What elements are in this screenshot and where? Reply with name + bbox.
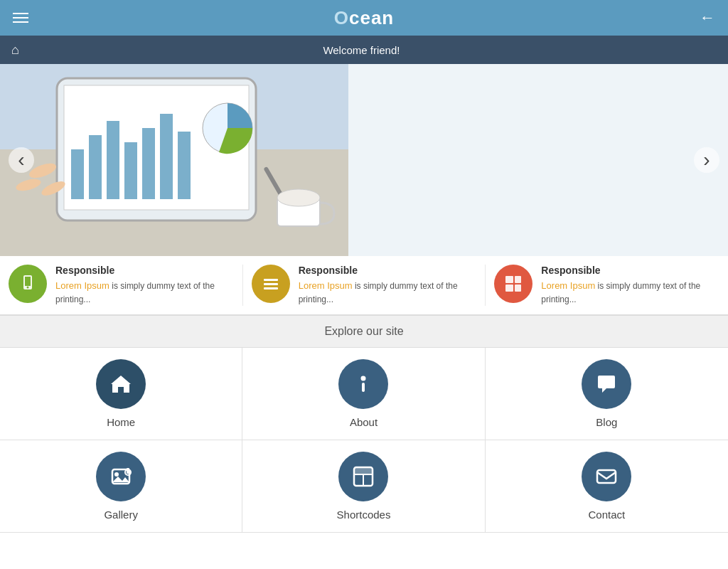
svg-rect-8: [142, 128, 155, 199]
back-button[interactable]: ←: [700, 9, 715, 27]
explore-bar: Explore our site: [0, 315, 728, 348]
svg-rect-30: [362, 383, 365, 392]
home-grid-icon: [96, 359, 146, 409]
feature-icon-1: [9, 265, 47, 303]
gallery-grid-icon: [96, 452, 146, 501]
svg-rect-25: [505, 276, 513, 283]
svg-rect-4: [71, 149, 84, 199]
contact-grid-icon: [582, 452, 631, 501]
grid-cell-home[interactable]: Home: [0, 348, 242, 440]
home-grid-label: Home: [107, 416, 135, 428]
site-grid: Home About Blog: [0, 348, 728, 533]
feature-icon-2: [252, 265, 290, 303]
feature-text-2: Responsible Lorem Ipsum is simply dummy …: [299, 265, 477, 306]
features-row: Responsible Lorem Ipsum is simply dummy …: [0, 256, 728, 315]
sub-bar: ⌂ Welcome friend!: [0, 36, 728, 64]
feature-text-3: Responsible Lorem Ipsum is simply dummy …: [541, 265, 719, 306]
svg-rect-20: [25, 277, 31, 286]
menu-icon[interactable]: [13, 13, 28, 23]
feature-item-3: Responsible Lorem Ipsum is simply dummy …: [486, 265, 728, 306]
shortcodes-grid-icon: [338, 452, 388, 501]
gallery-grid-label: Gallery: [104, 509, 138, 521]
feature-item-1: Responsible Lorem Ipsum is simply dummy …: [0, 265, 243, 306]
svg-rect-6: [107, 121, 119, 199]
svg-point-32: [114, 472, 119, 477]
svg-rect-37: [354, 467, 373, 474]
svg-rect-40: [597, 470, 616, 483]
blog-grid-icon: [582, 359, 631, 409]
grid-cell-contact[interactable]: Contact: [486, 440, 728, 533]
svg-point-18: [277, 189, 320, 206]
svg-rect-22: [264, 279, 278, 281]
grid-cell-blog[interactable]: Blog: [486, 348, 728, 440]
contact-grid-label: Contact: [588, 509, 625, 521]
feature-text-1: Responsible Lorem Ipsum is simply dummy …: [55, 265, 234, 306]
app-title: Ocean: [334, 7, 395, 29]
grid-cell-about[interactable]: About: [242, 348, 485, 440]
svg-rect-9: [160, 114, 173, 199]
explore-label: Explore our site: [324, 325, 403, 338]
welcome-text: Welcome friend!: [28, 44, 695, 56]
svg-point-21: [27, 287, 29, 289]
svg-rect-35: [127, 468, 129, 474]
hero-image: [0, 64, 348, 256]
svg-rect-26: [515, 276, 521, 283]
grid-cell-gallery[interactable]: Gallery: [0, 440, 242, 533]
svg-point-29: [361, 376, 366, 381]
feature-icon-3: [494, 265, 532, 303]
home-icon-subbar[interactable]: ⌂: [11, 43, 19, 58]
svg-rect-7: [124, 142, 137, 199]
about-grid-icon: [338, 359, 388, 409]
shortcodes-grid-label: Shortcodes: [337, 509, 391, 521]
hero-right-panel: [348, 64, 728, 256]
svg-rect-5: [89, 135, 102, 199]
top-bar: Ocean ←: [0, 0, 728, 36]
svg-rect-24: [264, 287, 278, 289]
grid-cell-shortcodes[interactable]: Shortcodes: [242, 440, 485, 533]
hero-area: ‹ ›: [0, 64, 728, 256]
svg-rect-10: [178, 132, 191, 199]
svg-rect-27: [505, 284, 513, 292]
next-arrow-button[interactable]: ›: [694, 147, 719, 173]
feature-item-2: Responsible Lorem Ipsum is simply dummy …: [243, 265, 486, 306]
blog-grid-label: Blog: [596, 416, 617, 428]
prev-arrow-button[interactable]: ‹: [9, 147, 34, 173]
svg-rect-28: [515, 284, 521, 292]
svg-rect-23: [264, 283, 278, 285]
about-grid-label: About: [350, 416, 378, 428]
